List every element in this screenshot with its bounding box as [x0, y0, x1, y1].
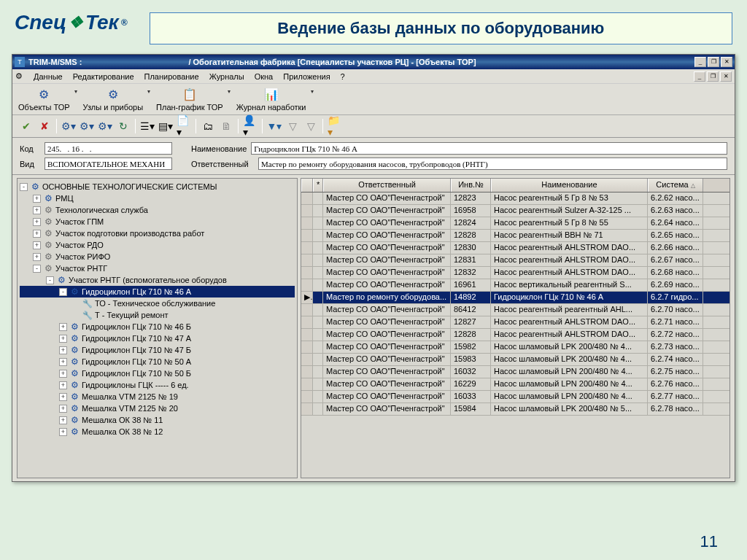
menu-редактирование[interactable]: Редактирование: [68, 71, 139, 82]
tree-node[interactable]: -⚙Участок РНТГ (вспомогательное оборудов: [20, 274, 295, 286]
col-inv[interactable]: Инв.№: [451, 179, 491, 192]
resp-input[interactable]: [258, 158, 727, 170]
refresh-icon[interactable]: ↻: [115, 118, 131, 134]
cfg3-icon[interactable]: ⚙▾: [97, 118, 113, 134]
expander-icon[interactable]: +: [33, 230, 41, 238]
expander-icon[interactable]: -: [33, 265, 41, 273]
ok-icon[interactable]: ✔: [18, 118, 34, 134]
expander-icon[interactable]: +: [59, 416, 67, 424]
form-icon[interactable]: 📄▾: [176, 118, 192, 134]
tree-node[interactable]: 🔧Т - Текущий ремонт: [20, 309, 295, 321]
tree-node[interactable]: -⚙Гидроциклон ГЦк 710 № 46 А: [20, 286, 295, 298]
table-row[interactable]: Мастер СО ОАО"Печенгастрой"16032Насос шл…: [301, 366, 729, 378]
table-row[interactable]: Мастер СО ОАО"Печенгастрой"16229Насос шл…: [301, 378, 729, 391]
expander-icon[interactable]: +: [59, 428, 67, 436]
expander-icon[interactable]: +: [59, 370, 67, 378]
expander-icon[interactable]: +: [33, 253, 41, 261]
table-row[interactable]: Мастер СО ОАО"Печенгастрой"16958Насос ре…: [301, 205, 729, 217]
mdi-close[interactable]: ✕: [720, 71, 732, 82]
tree-node[interactable]: +⚙Участок подготовки производства работ: [20, 228, 295, 239]
tree-node[interactable]: +⚙Гидроциклон ГЦк 710 № 50 А: [20, 356, 295, 368]
close-button[interactable]: ✕: [721, 57, 732, 67]
col-sys[interactable]: Система △: [648, 179, 703, 192]
cfg1-icon[interactable]: ⚙▾: [61, 118, 77, 134]
filter3-icon[interactable]: ▽: [303, 118, 319, 134]
tree-node[interactable]: +⚙Мешалка ОК 38 № 12: [20, 426, 295, 438]
table-row[interactable]: Мастер СО ОАО"Печенгастрой"12832Насос ре…: [301, 267, 729, 279]
tree-node[interactable]: +⚙Участок РДО: [20, 239, 295, 251]
table-row[interactable]: Мастер СО ОАО"Печенгастрой"12827Насос ре…: [301, 316, 729, 329]
minimize-button[interactable]: _: [694, 57, 706, 67]
menu-журналы[interactable]: Журналы: [204, 71, 249, 82]
filter-icon[interactable]: ▼▾: [266, 118, 282, 134]
card-icon[interactable]: 🗂: [200, 118, 216, 134]
table-row[interactable]: Мастер СО ОАО"Печенгастрой"12831Насос ре…: [301, 254, 729, 267]
tree-node[interactable]: -⚙ОСНОВНЫЕ ТЕХНОЛОГИЧЕСКИЕ СИСТЕМЫ: [20, 181, 295, 192]
table-row[interactable]: Мастер СО ОАО"Печенгастрой"12828Насос ре…: [301, 329, 729, 341]
expander-icon[interactable]: +: [33, 241, 41, 249]
tree-node[interactable]: +⚙Гидроциклон ГЦк 710 № 47 Б: [20, 344, 295, 356]
filter2-icon[interactable]: ▽: [285, 118, 301, 134]
table-row[interactable]: ▶Мастер по ремонту оборудова...14892Гидр…: [301, 292, 729, 304]
tree-node[interactable]: +⚙Гидроциклон ГЦк 710 № 50 Б: [20, 368, 295, 379]
col-name[interactable]: Наименование: [491, 179, 648, 192]
table-row[interactable]: Мастер СО ОАО"Печенгастрой"15984Насос шл…: [301, 403, 729, 416]
list2-icon[interactable]: ▤▾: [158, 118, 174, 134]
table-row[interactable]: Мастер СО ОАО"Печенгастрой"12823Насос ре…: [301, 192, 729, 205]
tree-pane[interactable]: -⚙ОСНОВНЫЕ ТЕХНОЛОГИЧЕСКИЕ СИСТЕМЫ+⚙РМЦ+…: [17, 178, 298, 478]
toolbar-журнал-наработки[interactable]: 📊Журнал наработки▾: [236, 87, 306, 112]
tree-node[interactable]: 🔧ТО - Техническое обслуживание: [20, 298, 295, 309]
expander-icon[interactable]: +: [59, 346, 67, 354]
expander-icon[interactable]: +: [59, 393, 67, 401]
tree-node[interactable]: +⚙Гидроциклон ГЦк 710 № 46 Б: [20, 321, 295, 332]
grid-pane[interactable]: * Ответственный Инв.№ Наименование Систе…: [301, 178, 730, 478]
mdi-minimize[interactable]: _: [694, 71, 705, 82]
col-marker[interactable]: [301, 179, 313, 192]
col-resp[interactable]: Ответственный: [323, 179, 451, 192]
tree-node[interactable]: +⚙Технологическая служба: [20, 204, 295, 216]
doc-icon[interactable]: 🗎: [218, 118, 234, 134]
table-row[interactable]: Мастер СО ОАО"Печенгастрой"15983Насос шл…: [301, 354, 729, 366]
expander-icon[interactable]: +: [33, 195, 41, 203]
tree-node[interactable]: +⚙Гидроциклон ГЦк 710 № 47 А: [20, 332, 295, 344]
menu-данные[interactable]: Данные: [28, 71, 68, 82]
table-row[interactable]: Мастер СО ОАО"Печенгастрой"86412Насос ре…: [301, 304, 729, 316]
toolbar-узлы-и-приборы[interactable]: ⚙Узлы и приборы▾: [83, 87, 144, 112]
tree-node[interactable]: +⚙Гидроциклоны ГЦК ----- 6 ед.: [20, 379, 295, 391]
name-input[interactable]: [251, 142, 727, 155]
expander-icon[interactable]: -: [20, 183, 28, 191]
expander-icon[interactable]: +: [33, 218, 41, 226]
table-row[interactable]: Мастер СО ОАО"Печенгастрой"16033Насос шл…: [301, 391, 729, 403]
col-star[interactable]: *: [313, 179, 323, 192]
toolbar-план-график-тор[interactable]: 📋План-график ТОР▾: [156, 87, 223, 112]
expander-icon[interactable]: +: [59, 358, 67, 366]
expander-icon[interactable]: +: [59, 323, 67, 331]
folder-icon[interactable]: 📁▾: [327, 118, 343, 134]
menu-приложения[interactable]: Приложения: [278, 71, 335, 82]
expander-icon[interactable]: +: [59, 335, 67, 343]
cancel-icon[interactable]: ✘: [36, 118, 53, 134]
restore-button[interactable]: ❐: [708, 57, 719, 67]
menu-планирование[interactable]: Планирование: [139, 71, 204, 82]
table-row[interactable]: Мастер СО ОАО"Печенгастрой"12830Насос ре…: [301, 242, 729, 254]
table-row[interactable]: Мастер СО ОАО"Печенгастрой"16961Насос ве…: [301, 279, 729, 292]
code-input[interactable]: [44, 142, 172, 155]
tree-node[interactable]: -⚙Участок РНТГ: [20, 262, 295, 274]
table-row[interactable]: Мастер СО ОАО"Печенгастрой"12824Насос ре…: [301, 217, 729, 230]
list1-icon[interactable]: ☰▾: [139, 118, 155, 134]
expander-icon[interactable]: +: [59, 405, 67, 413]
expander-icon[interactable]: +: [33, 206, 41, 214]
menu-?[interactable]: ?: [336, 71, 350, 82]
expander-icon[interactable]: -: [59, 288, 67, 296]
tree-node[interactable]: +⚙РМЦ: [20, 192, 295, 204]
tree-node[interactable]: +⚙Мешалка VTM 2125 № 19: [20, 391, 295, 402]
tree-node[interactable]: +⚙Участок ГПМ: [20, 216, 295, 228]
user-icon[interactable]: 👤▾: [242, 118, 258, 134]
expander-icon[interactable]: -: [46, 276, 54, 284]
tree-node[interactable]: +⚙Участок РИФО: [20, 251, 295, 262]
type-input[interactable]: [44, 158, 172, 170]
menu-окна[interactable]: Окна: [249, 71, 279, 82]
table-row[interactable]: Мастер СО ОАО"Печенгастрой"12828Насос ре…: [301, 230, 729, 242]
cfg2-icon[interactable]: ⚙▾: [79, 118, 95, 134]
table-row[interactable]: Мастер СО ОАО"Печенгастрой"15982Насос шл…: [301, 341, 729, 354]
